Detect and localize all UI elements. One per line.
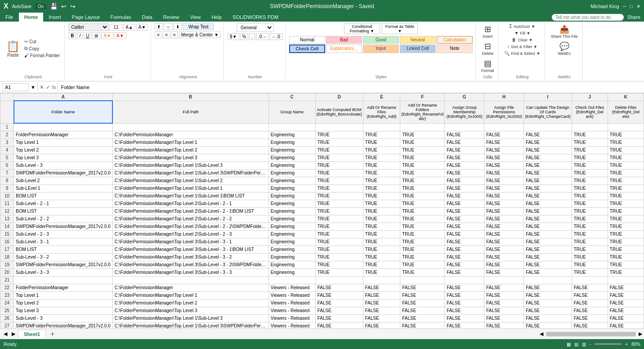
cell-I15[interactable]: FALSE — [524, 230, 572, 238]
cell-E16[interactable]: TRUE — [363, 238, 400, 246]
cell-J16[interactable]: TRUE — [572, 238, 608, 246]
cell-C2[interactable]: Engineering — [268, 131, 315, 139]
cell-E5[interactable]: TRUE — [363, 154, 400, 161]
cell-D8[interactable]: TRUE — [315, 177, 363, 184]
zoom-out-icon[interactable]: - — [590, 342, 591, 347]
cell-J10[interactable]: TRUE — [572, 192, 608, 200]
cell-D26[interactable]: FALSE — [315, 314, 363, 322]
cell-F20[interactable]: TRUE — [400, 268, 445, 276]
cell-E26[interactable]: FALSE — [363, 314, 400, 322]
cell-I18[interactable]: FALSE — [524, 253, 572, 261]
cell-C23[interactable]: Viewers - Released — [268, 291, 315, 299]
cell-D9[interactable]: TRUE — [315, 184, 363, 192]
cell-F15[interactable]: TRUE — [400, 230, 445, 238]
cell-B7[interactable]: C:\FolderPermissionManager\Top Level 1\S… — [112, 169, 268, 177]
cell-G6[interactable]: FALSE — [445, 161, 484, 169]
cell-F17[interactable]: TRUE — [400, 246, 445, 253]
cell-C8[interactable]: Engineering — [268, 177, 315, 184]
cell-K16[interactable]: TRUE — [608, 238, 644, 246]
cell-K26[interactable]: FALSE — [608, 314, 644, 322]
cell-G5[interactable]: FALSE — [445, 154, 484, 161]
col-header-A[interactable]: A — [14, 94, 113, 101]
cell-D11[interactable]: TRUE — [315, 200, 363, 207]
format-as-table-button[interactable]: Format as Table ▼ — [382, 23, 418, 34]
tab-solidworks[interactable]: SOLIDWORKS PDM — [227, 13, 284, 22]
cell-F8[interactable]: TRUE — [400, 177, 445, 184]
cell-I13[interactable]: FALSE — [524, 215, 572, 223]
tab-formulas[interactable]: Formulas — [105, 13, 137, 22]
cell-F10[interactable]: TRUE — [400, 192, 445, 200]
align-right-button[interactable]: ≡ — [171, 31, 178, 38]
col-header-C[interactable]: C — [268, 94, 315, 101]
cell-I1[interactable] — [524, 123, 572, 131]
cell-K2[interactable]: TRUE — [608, 131, 644, 139]
col-header-G[interactable]: G — [445, 94, 484, 101]
confirm-formula-icon[interactable]: ✓ — [46, 84, 50, 90]
cell-D22[interactable]: FALSE — [315, 284, 363, 291]
decrease-font-button[interactable]: A▼ — [136, 24, 148, 31]
cell-J14[interactable]: TRUE — [572, 223, 608, 230]
cell-C25[interactable]: Viewers - Released — [268, 307, 315, 314]
add-sheet-button[interactable]: + — [47, 330, 58, 338]
cell-D3[interactable]: TRUE — [315, 139, 363, 146]
col-header-K[interactable]: K — [608, 94, 644, 101]
col-header-B[interactable]: B — [112, 94, 268, 101]
cell-E1[interactable] — [363, 123, 400, 131]
cell-F4[interactable]: TRUE — [400, 146, 445, 154]
cell-K10[interactable]: TRUE — [608, 192, 644, 200]
cut-button[interactable]: ✂ Cut — [22, 39, 62, 45]
cell-B23[interactable]: C:\FolderPermissionManager\Top Level 1 — [112, 291, 268, 299]
cell-H8[interactable]: FALSE — [484, 177, 524, 184]
view-normal-icon[interactable]: ▦ — [567, 342, 571, 347]
cell-A2[interactable]: FolderPermissionManager — [14, 131, 113, 139]
header-group-name[interactable]: Group Name — [268, 101, 315, 123]
style-good[interactable]: Good — [363, 36, 399, 44]
cell-K13[interactable]: TRUE — [608, 215, 644, 223]
cell-D18[interactable]: TRUE — [315, 253, 363, 261]
cell-E9[interactable]: TRUE — [363, 184, 400, 192]
close-icon[interactable]: ✕ — [636, 4, 640, 9]
cell-H1[interactable] — [484, 123, 524, 131]
cell-E15[interactable]: TRUE — [363, 230, 400, 238]
cell-J13[interactable]: TRUE — [572, 215, 608, 223]
cell-I24[interactable]: FALSE — [524, 299, 572, 307]
cell-D17[interactable]: TRUE — [315, 246, 363, 253]
cell-B10[interactable]: C:\FolderPermissionManager\Top Level 1\S… — [112, 192, 268, 200]
cell-H20[interactable]: FALSE — [484, 268, 524, 276]
scrollbar-right-icon[interactable]: ▶ — [639, 331, 642, 337]
cell-D21[interactable] — [315, 276, 363, 284]
clear-button[interactable]: 🗑 Clear ▼ — [510, 37, 534, 43]
minimize-icon[interactable]: ─ — [623, 4, 626, 9]
cell-G20[interactable]: FALSE — [445, 268, 484, 276]
cell-G15[interactable]: FALSE — [445, 230, 484, 238]
align-middle-button[interactable]: ↔ — [164, 23, 173, 30]
cell-D5[interactable]: TRUE — [315, 154, 363, 161]
cell-I20[interactable]: FALSE — [524, 268, 572, 276]
cell-A8[interactable]: Sub-Level 2 — [14, 177, 113, 184]
view-page-layout-icon[interactable]: ▤ — [574, 342, 578, 347]
cell-F9[interactable]: TRUE — [400, 184, 445, 192]
cell-C14[interactable]: Engineering — [268, 223, 315, 230]
cell-D19[interactable]: TRUE — [315, 261, 363, 268]
cell-B3[interactable]: C:\FolderPermissionManager\Top Level 1 — [112, 139, 268, 146]
cell-J11[interactable]: TRUE — [572, 200, 608, 207]
cell-I16[interactable]: FALSE — [524, 238, 572, 246]
cell-J6[interactable]: TRUE — [572, 161, 608, 169]
cell-G3[interactable]: FALSE — [445, 139, 484, 146]
style-explanatory[interactable]: Explanatory _ — [326, 45, 362, 53]
autosave-toggle[interactable]: On — [35, 4, 46, 9]
align-top-button[interactable]: ⬆ — [155, 23, 163, 30]
cell-K4[interactable]: TRUE — [608, 146, 644, 154]
cell-I25[interactable]: FALSE — [524, 307, 572, 314]
style-linked-cell[interactable]: Linked Cell — [400, 45, 436, 53]
cell-B5[interactable]: C:\FolderPermissionManager\Top Level 3 — [112, 154, 268, 161]
cell-C22[interactable]: Viewers - Released — [268, 284, 315, 291]
formula-input[interactable] — [60, 84, 642, 91]
cell-C5[interactable]: Engineering — [268, 154, 315, 161]
cell-K21[interactable] — [608, 276, 644, 284]
cell-A3[interactable]: Top Level 1 — [14, 139, 113, 146]
cell-C16[interactable]: Engineering — [268, 238, 315, 246]
style-neutral[interactable]: Neutral — [400, 36, 436, 44]
cell-C7[interactable]: Engineering — [268, 169, 315, 177]
cell-J12[interactable]: TRUE — [572, 207, 608, 215]
